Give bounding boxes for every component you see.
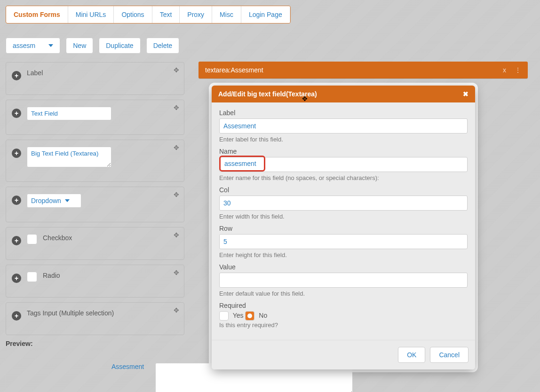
name-hint: Enter name for this field (no spaces, or… — [219, 174, 468, 181]
checkbox-input[interactable] — [27, 234, 37, 244]
textarea-input[interactable] — [27, 147, 111, 167]
value-input[interactable] — [219, 273, 468, 288]
move-icon[interactable]: ✥ — [174, 144, 179, 151]
radio-label: Radio — [43, 272, 60, 279]
tags-label: Tags Input (Multiple selection) — [27, 309, 114, 317]
widget-big-text: ✥ + — [6, 140, 184, 182]
name-label: Name — [219, 148, 468, 155]
move-icon[interactable]: ✥ — [174, 231, 179, 239]
row-input[interactable] — [219, 234, 468, 249]
label-input[interactable] — [219, 118, 468, 133]
dropdown-select[interactable]: Dropdown — [27, 194, 81, 208]
name-input[interactable] — [222, 158, 263, 169]
modal-header[interactable]: Add/Edit big text field(Textarea) ✖ — [212, 86, 475, 102]
tab-misc[interactable]: Misc — [212, 6, 241, 23]
add-button[interactable]: + — [12, 71, 21, 80]
widget-checkbox: ✥ + Checkbox — [6, 227, 184, 260]
row-label: Row — [219, 225, 468, 232]
widget-text-field: ✥ + — [6, 100, 184, 135]
selected-field-bar: textarea:Assesment x ⋮ — [199, 62, 528, 78]
col-label: Col — [219, 186, 468, 194]
widget-label-text: Label — [27, 69, 43, 77]
add-button[interactable]: + — [12, 274, 21, 283]
move-icon[interactable]: ✥ — [174, 104, 179, 111]
add-button[interactable]: + — [12, 109, 21, 118]
widget-dropdown: ✥ + Dropdown — [6, 187, 184, 222]
required-yes-label: Yes — [233, 312, 244, 319]
label-label: Label — [219, 109, 468, 117]
required-no-label: No — [259, 312, 267, 319]
widget-tags: ✥ + Tags Input (Multiple selection) — [6, 302, 184, 335]
add-button[interactable]: + — [12, 311, 21, 321]
row-hint: Enter height for this field. — [219, 251, 468, 259]
form-select[interactable]: assesm — [6, 38, 60, 54]
preview-field-label: Assesment — [111, 363, 144, 370]
col-hint: Enter width for this field. — [219, 213, 468, 220]
cancel-button[interactable]: Cancel — [430, 347, 469, 363]
required-label: Required — [219, 302, 468, 309]
radio-input[interactable] — [27, 272, 37, 282]
tab-login-page[interactable]: Login Page — [241, 6, 290, 23]
tab-bar: Custom Forms Mini URLs Options Text Prox… — [6, 6, 291, 24]
widget-label: ✥ + Label — [6, 62, 184, 95]
tab-mini-urls[interactable]: Mini URLs — [68, 6, 114, 23]
modal-title: Add/Edit big text field(Textarea) — [218, 90, 317, 98]
add-button[interactable]: + — [12, 236, 21, 245]
edit-textarea-modal: Add/Edit big text field(Textarea) ✖ Labe… — [212, 86, 475, 369]
chevron-down-icon — [48, 44, 53, 47]
form-select-value: assesm — [13, 42, 35, 49]
move-icon[interactable]: ✥ — [174, 191, 179, 198]
drag-handle-icon[interactable]: ⋮ — [515, 66, 521, 74]
required-no-radio[interactable] — [245, 311, 254, 321]
tab-text[interactable]: Text — [152, 6, 180, 23]
duplicate-button[interactable]: Duplicate — [99, 38, 140, 54]
tab-options[interactable]: Options — [114, 6, 152, 23]
move-icon[interactable]: ✥ — [174, 66, 179, 74]
value-label: Value — [219, 263, 468, 271]
chevron-down-icon — [65, 199, 70, 202]
tab-proxy[interactable]: Proxy — [180, 6, 212, 23]
checkbox-label: Checkbox — [43, 234, 72, 242]
form-toolbar: assesm New Duplicate Delete — [6, 38, 534, 54]
col-input[interactable] — [219, 196, 468, 211]
close-icon[interactable]: ✖ — [463, 90, 469, 98]
move-icon[interactable]: ✥ — [174, 306, 179, 314]
value-hint: Enter default value for this field. — [219, 290, 468, 297]
close-icon[interactable]: x — [503, 66, 506, 74]
dropdown-label: Dropdown — [31, 197, 61, 204]
new-button[interactable]: New — [66, 38, 93, 54]
move-icon[interactable]: ✥ — [174, 269, 179, 276]
widget-radio: ✥ + Radio — [6, 265, 184, 298]
add-button[interactable]: + — [12, 196, 21, 205]
label-hint: Enter label for this field. — [219, 136, 468, 143]
text-field-input[interactable] — [27, 107, 111, 120]
ok-button[interactable]: OK — [398, 347, 425, 363]
add-button[interactable]: + — [12, 149, 21, 158]
tab-custom-forms[interactable]: Custom Forms — [6, 6, 68, 23]
required-hint: Is this entry required? — [219, 321, 468, 329]
delete-button[interactable]: Delete — [146, 38, 179, 54]
selected-field-title: textarea:Assesment — [205, 66, 263, 74]
required-yes-radio[interactable] — [219, 311, 229, 321]
